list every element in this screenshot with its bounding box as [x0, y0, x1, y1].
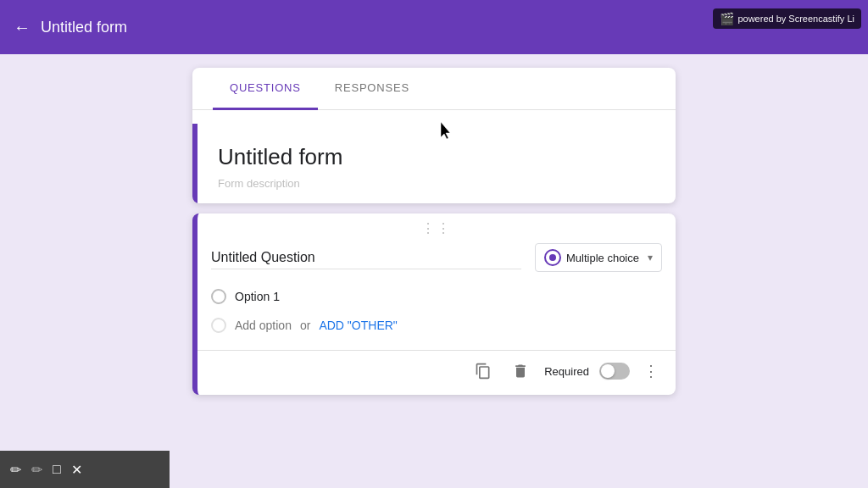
watermark-text: powered by Screencastify Li [737, 14, 854, 24]
pencil1-icon[interactable]: ✏ [10, 462, 21, 478]
close-icon[interactable]: ✕ [71, 462, 82, 478]
more-options-button[interactable]: ⋮ [640, 358, 662, 384]
screencastify-watermark: 🎬 powered by Screencastify Li [713, 8, 861, 29]
form-info-card: QUESTIONS RESPONSES Untitled form Form d… [192, 68, 676, 203]
toggle-knob [601, 364, 615, 378]
duplicate-button[interactable] [470, 358, 497, 385]
form-title: Untitled form [218, 144, 655, 170]
cards-column: QUESTIONS RESPONSES Untitled form Form d… [192, 68, 676, 488]
tab-questions[interactable]: QUESTIONS [213, 68, 318, 110]
required-toggle[interactable] [599, 363, 630, 380]
header: ← Untitled form 🎬 powered by Screencasti… [0, 0, 868, 54]
add-option-or: or [300, 319, 310, 332]
header-title: Untitled form [41, 19, 127, 36]
bottom-toolbar: ✏ ✏ □ ✕ [0, 451, 170, 488]
back-button[interactable]: ← [14, 18, 31, 37]
question-type-selector[interactable]: Multiple choice ▾ [535, 243, 662, 272]
option-1-label: Option 1 [235, 290, 280, 303]
multiple-choice-icon-inner [549, 254, 556, 261]
question-title-input[interactable] [211, 247, 521, 269]
tab-responses[interactable]: RESPONSES [318, 68, 426, 110]
screencastify-icon: 🎬 [720, 12, 734, 25]
option-radio-1 [211, 289, 226, 304]
square-icon[interactable]: □ [53, 462, 61, 477]
option-item-1: Option 1 [211, 282, 662, 311]
add-option-text[interactable]: Add option [235, 319, 292, 332]
form-description-placeholder[interactable]: Form description [218, 177, 655, 190]
question-header: Multiple choice ▾ [198, 240, 676, 282]
required-label: Required [544, 365, 589, 378]
question-type-label: Multiple choice [566, 252, 643, 264]
multiple-choice-icon [544, 249, 561, 266]
question-card: ⋮⋮ Multiple choice ▾ Option 1 [192, 214, 676, 395]
options-list: Option 1 Add option or ADD "OTHER" [198, 282, 676, 347]
chevron-down-icon: ▾ [648, 252, 653, 263]
add-option-radio [211, 318, 226, 333]
add-option-row: Add option or ADD "OTHER" [211, 311, 662, 340]
tabs-bar: QUESTIONS RESPONSES [192, 68, 676, 110]
pencil2-icon[interactable]: ✏ [31, 462, 42, 478]
content-area: QUESTIONS RESPONSES Untitled form Form d… [0, 54, 868, 488]
drag-handle: ⋮⋮ [198, 214, 676, 240]
question-footer: Required ⋮ [198, 350, 676, 395]
delete-button[interactable] [507, 358, 534, 385]
add-other-link[interactable]: ADD "OTHER" [319, 319, 397, 332]
form-header: Untitled form Form description [192, 124, 676, 203]
